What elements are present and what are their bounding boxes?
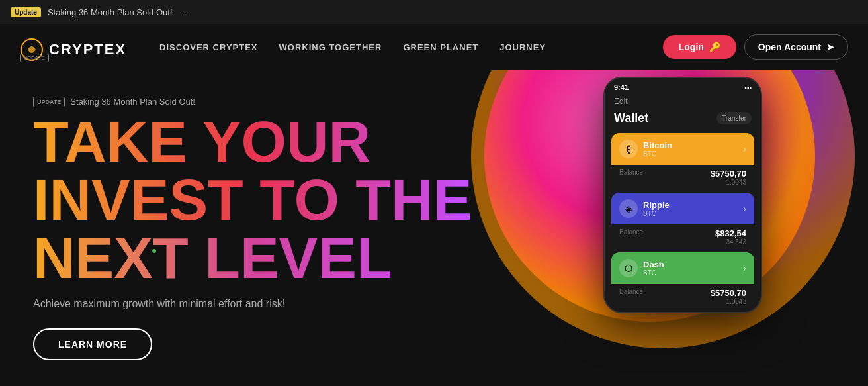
hero-title-line3: NEXT LEVEL: [33, 229, 472, 287]
ripple-card-left: ◈ Ripple BTC: [619, 199, 670, 218]
ripple-name: Ripple: [643, 200, 670, 210]
phone-mockup: 9:41 ▪▪▪ Edit Wallet Transfer ₿ Bitcoin …: [603, 77, 762, 313]
hero-section: UPDATE Staking 36 Month Plan Sold Out! T…: [0, 70, 868, 386]
hero-title-line1: TAKE YOUR: [33, 113, 472, 171]
dash-card-left: ⬡ Dash BTC: [619, 259, 664, 277]
phone-transfer-badge[interactable]: Transfer: [716, 112, 752, 124]
hero-badge: UPDATE: [33, 97, 65, 107]
dash-card[interactable]: ⬡ Dash BTC › Balance $5750,70 1.0043: [611, 252, 754, 311]
dash-amounts: $5750,70 1.0043: [711, 288, 746, 305]
ripple-amount: $832,54: [715, 228, 746, 238]
learn-more-button[interactable]: LEARN MORE: [33, 328, 152, 360]
dash-balance-label: Balance: [619, 288, 643, 295]
bitcoin-balance-label: Balance: [619, 169, 643, 176]
ripple-sub-amount: 34.543: [715, 238, 746, 246]
nav-links: DISCOVER CRYPTEX WORKING TOGETHER GREEN …: [159, 42, 663, 52]
nav-right: Login 🔑 Open Account ➤: [663, 34, 848, 60]
hero-content: UPDATE Staking 36 Month Plan Sold Out! T…: [33, 97, 472, 360]
dash-name: Dash: [643, 260, 664, 269]
ripple-arrow-icon: ›: [743, 203, 746, 214]
bitcoin-balance-row: Balance $5750,70 1.0043: [611, 165, 754, 191]
dash-sub-amount: 1.0043: [711, 298, 746, 305]
bitcoin-amounts: $5750,70 1.0043: [711, 169, 746, 186]
banner-text: Staking 36 Month Plan Sold Out!: [48, 7, 173, 17]
nav-link-working[interactable]: WORKING TOGETHER: [279, 42, 382, 52]
bitcoin-info: Bitcoin BTC: [643, 140, 672, 158]
phone-edit-label[interactable]: Edit: [614, 97, 628, 106]
hero-update-text: Staking 36 Month Plan Sold Out!: [70, 97, 195, 107]
hero-subtitle: Achieve maximum growth with minimal effo…: [33, 298, 472, 310]
ripple-info: Ripple BTC: [643, 200, 670, 217]
key-icon: 🔑: [709, 42, 720, 52]
phone-status-bar: 9:41 ▪▪▪: [605, 78, 761, 94]
dash-icon: ⬡: [619, 259, 638, 277]
logo-area: UPDATE CRYPTEX: [20, 32, 126, 62]
phone-wallet-row: Wallet Transfer: [605, 111, 761, 133]
banner-arrow: →: [179, 7, 188, 17]
nav-link-green[interactable]: GREEN PLANET: [403, 42, 478, 52]
small-indicator-dot: [152, 249, 156, 253]
ripple-balance-label: Balance: [619, 228, 643, 236]
dash-amount: $5750,70: [711, 288, 746, 298]
dash-balance-row: Balance $5750,70 1.0043: [611, 284, 754, 311]
bitcoin-card[interactable]: ₿ Bitcoin BTC › Balance $5750,70 1.0043: [611, 133, 754, 191]
hero-title: TAKE YOUR INVEST TO THE NEXT LEVEL: [33, 113, 472, 287]
ripple-card-header: ◈ Ripple BTC ›: [611, 193, 754, 224]
dash-info: Dash BTC: [643, 260, 664, 277]
login-button[interactable]: Login 🔑: [663, 35, 736, 59]
nav-link-discover[interactable]: DISCOVER CRYPTEX: [159, 42, 257, 52]
bitcoin-sub-amount: 1.0043: [711, 179, 746, 186]
ripple-icon: ◈: [619, 199, 638, 218]
bitcoin-name: Bitcoin: [643, 140, 672, 150]
dash-symbol: BTC: [643, 269, 664, 277]
ripple-amounts: $832,54 34.543: [715, 228, 746, 246]
logo-update-badge: UPDATE: [20, 54, 49, 62]
login-label: Login: [679, 42, 704, 52]
hero-update-tag: UPDATE Staking 36 Month Plan Sold Out!: [33, 97, 472, 107]
dash-card-header: ⬡ Dash BTC ›: [611, 252, 754, 284]
phone-header: Edit: [605, 94, 761, 111]
open-account-button[interactable]: Open Account ➤: [744, 34, 848, 60]
ripple-balance-row: Balance $832,54 34.543: [611, 224, 754, 251]
bitcoin-arrow-icon: ›: [743, 144, 746, 154]
bitcoin-card-left: ₿ Bitcoin BTC: [619, 140, 672, 158]
arrow-icon: ➤: [826, 42, 834, 52]
ripple-card[interactable]: ◈ Ripple BTC › Balance $832,54 34.543: [611, 193, 754, 251]
dash-arrow-icon: ›: [743, 263, 746, 273]
open-account-label: Open Account: [758, 42, 821, 52]
bitcoin-amount: $5750,70: [711, 169, 746, 179]
phone-time: 9:41: [614, 83, 629, 91]
banner-update-badge: Update: [11, 7, 41, 17]
bitcoin-icon: ₿: [619, 140, 638, 158]
bitcoin-card-header: ₿ Bitcoin BTC ›: [611, 133, 754, 165]
ripple-symbol: BTC: [643, 210, 670, 217]
hero-title-line2: INVEST TO THE: [33, 171, 472, 229]
navbar: UPDATE CRYPTEX DISCOVER CRYPTEX WORKING …: [0, 24, 868, 70]
nav-link-journey[interactable]: JOURNEY: [499, 42, 546, 52]
phone-wallet-title: Wallet: [614, 111, 648, 125]
bitcoin-symbol: BTC: [643, 150, 672, 158]
phone-status-icons: ▪▪▪: [744, 84, 752, 91]
logo-text: CRYPTEX: [49, 41, 126, 58]
top-banner: Update Staking 36 Month Plan Sold Out! →: [0, 0, 868, 24]
